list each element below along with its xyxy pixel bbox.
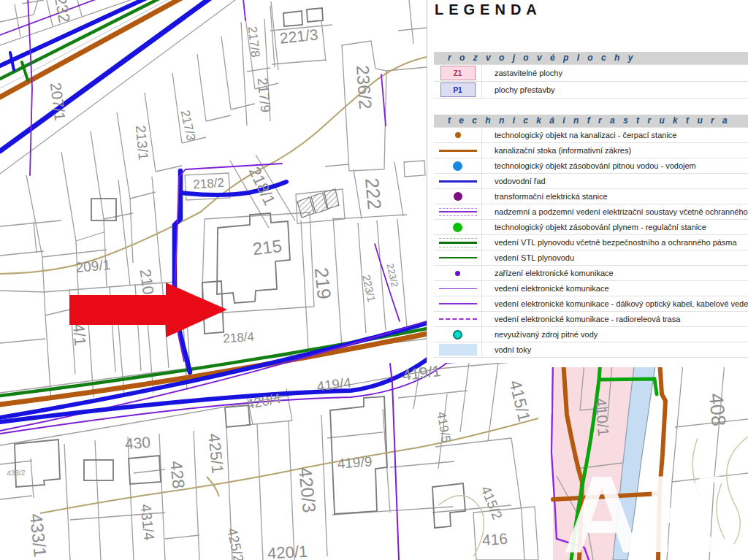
legend-row-label: zařízení elektronické komunikace xyxy=(482,269,614,277)
legend-row-label: kanalizační stoka (informativní zákres) xyxy=(482,146,631,155)
legend-row: vedení STL plynovodu xyxy=(434,250,748,266)
screenshot-root: 232 207/1 213/1 217/3 217/8 221/3 217/9 … xyxy=(0,0,748,560)
legend-row-label: transformační elektrická stanice xyxy=(482,192,608,201)
legend-row-p1: P1 plochy přestavby xyxy=(434,82,748,99)
legend-row: vedení elektronické komunikace xyxy=(434,281,748,296)
legend-row-label: plochy přestavby xyxy=(482,85,555,94)
legend-row: technologický objekt zásobování pitnou v… xyxy=(434,158,748,174)
sewer-pump-dot-icon xyxy=(455,132,461,138)
legend-row: zařízení elektronické komunikace xyxy=(434,266,748,281)
legend-row: technologický objekt zásobování plynem -… xyxy=(434,220,748,235)
gas-vtl-line-icon xyxy=(439,238,477,248)
legend-row-label: nevyužívaný zdroj pitné vody xyxy=(482,330,598,339)
legend-row: technologický objekt na kanalizaci - čer… xyxy=(434,128,748,143)
legend-row-label: vedení VTL plynovodu včetně bezpečnostní… xyxy=(482,238,737,247)
parcel-label: 408 xyxy=(705,392,730,427)
legend-row-label: vodní toky xyxy=(482,345,531,354)
legend-row-label: vedení elektronické komunikace - dálkový… xyxy=(482,299,748,308)
legend-section-infrastructure: t e c h n i c k á i n f r a s t r u k t … xyxy=(434,115,748,127)
gas-station-dot-icon xyxy=(453,223,462,232)
legend-row: vodní toky xyxy=(434,342,748,358)
legend-panel: LEGENDA r o z v o j o v é p l o c h y Z1… xyxy=(427,0,748,363)
legend-row: transformační elektrická stanice xyxy=(434,189,748,204)
legend-row-label: nadzemní a podzemní vedení elektrizační … xyxy=(482,207,748,216)
legend-row-label: technologický objekt zásobování pitnou v… xyxy=(482,161,696,170)
water-main-line-icon xyxy=(439,180,477,183)
legend-section-development: r o z v o j o v é p l o c h y xyxy=(434,52,748,64)
legend-row-label: technologický objekt zásobování plynem -… xyxy=(482,223,706,231)
watermark-text: AK xyxy=(562,453,727,560)
parcel-label: 430 xyxy=(124,434,151,452)
legend-row: vedení VTL plynovodu včetně bezpečnostní… xyxy=(434,235,748,250)
legend-title: LEGENDA xyxy=(435,1,542,18)
gas-stl-line-icon xyxy=(439,257,477,258)
water-reservoir-dot-icon xyxy=(453,161,462,171)
telecom-cable-line-icon xyxy=(439,303,477,304)
unused-water-source-dot-icon xyxy=(453,330,462,340)
power-line-icon xyxy=(439,208,477,216)
parcel-label: 428 xyxy=(167,460,188,490)
parcel-label: 419/9 xyxy=(337,453,373,471)
parcel-label: 410/1 xyxy=(592,397,612,437)
parcel-label: 222 xyxy=(361,177,386,210)
telecom-radio-line-icon xyxy=(439,318,477,320)
water-area-icon xyxy=(439,344,477,356)
legend-row-label: vedení elektronické komunikace xyxy=(482,284,609,293)
legend-row: vodovodní řad xyxy=(434,174,748,189)
parcel-label: 218/4 xyxy=(223,330,255,346)
parcel-label: 210 xyxy=(137,268,158,296)
parcel-label: 236/2 xyxy=(353,65,375,110)
legend-row: nadzemní a podzemní vedení elektrizační … xyxy=(434,204,748,220)
parcel-label: 420/1 xyxy=(267,542,308,560)
parcel-label: 209/1 xyxy=(75,257,111,275)
legend-row-label: technologický objekt na kanalizaci - čer… xyxy=(482,131,676,139)
legend-row-label: vodovodní řad xyxy=(482,177,546,185)
telecom-dot-icon xyxy=(455,271,460,276)
legend-row: vedení elektronické komunikace - radiore… xyxy=(434,312,748,327)
legend-row: nevyužívaný zdroj pitné vody xyxy=(434,327,748,342)
parcel-label: 433/2 xyxy=(7,469,26,477)
parcel-label: 416 xyxy=(481,530,508,548)
transformer-dot-icon xyxy=(454,192,462,201)
parcel-label: 213/1 xyxy=(133,125,151,161)
legend-row: vedení elektronické komunikace - dálkový… xyxy=(434,296,748,312)
telecom-line-icon xyxy=(439,288,477,289)
legend-row-z1: Z1 zastavitelné plochy xyxy=(434,65,748,82)
sewer-line-icon xyxy=(439,150,477,152)
legend-row: kanalizační stoka (informativní zákres) xyxy=(434,143,748,158)
parcel-label: 219 xyxy=(310,266,335,300)
parcel-label: 218/2 xyxy=(193,176,225,192)
legend-row-label: vedení STL plynovodu xyxy=(482,253,574,262)
parcel-label: 215 xyxy=(251,236,283,259)
zone-z1-swatch: Z1 xyxy=(440,66,476,80)
legend-row-label: vedení elektronické komunikace - radiore… xyxy=(482,315,680,323)
zone-p1-swatch: P1 xyxy=(440,83,476,97)
legend-row-label: zastavitelné plochy xyxy=(482,69,562,77)
